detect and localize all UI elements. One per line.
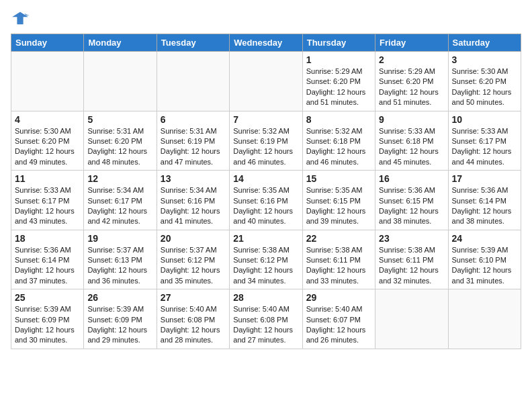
calendar-cell: 7Sunrise: 5:32 AM Sunset: 6:19 PM Daylig… <box>230 111 302 171</box>
day-info: Sunrise: 5:32 AM Sunset: 6:18 PM Dayligh… <box>306 126 371 168</box>
calendar-cell <box>375 289 448 349</box>
calendar-cell: 28Sunrise: 5:40 AM Sunset: 6:08 PM Dayli… <box>230 289 302 349</box>
day-number: 17 <box>452 173 517 184</box>
calendar-cell <box>448 289 521 349</box>
day-header-saturday: Saturday <box>448 34 521 52</box>
day-number: 26 <box>87 292 152 303</box>
calendar-cell: 1Sunrise: 5:29 AM Sunset: 6:20 PM Daylig… <box>302 52 375 111</box>
calendar-cell: 21Sunrise: 5:38 AM Sunset: 6:12 PM Dayli… <box>230 230 302 289</box>
day-header-sunday: Sunday <box>11 34 84 52</box>
logo-icon <box>11 11 30 26</box>
day-header-tuesday: Tuesday <box>157 34 229 52</box>
day-number: 1 <box>306 54 371 65</box>
calendar-cell <box>157 52 229 111</box>
calendar-cell: 5Sunrise: 5:31 AM Sunset: 6:20 PM Daylig… <box>84 111 157 171</box>
week-row-5: 25Sunrise: 5:39 AM Sunset: 6:09 PM Dayli… <box>11 289 521 349</box>
day-info: Sunrise: 5:33 AM Sunset: 6:17 PM Dayligh… <box>15 185 80 227</box>
day-info: Sunrise: 5:33 AM Sunset: 6:18 PM Dayligh… <box>379 126 444 168</box>
day-info: Sunrise: 5:34 AM Sunset: 6:17 PM Dayligh… <box>87 185 152 227</box>
day-number: 8 <box>306 114 371 125</box>
day-info: Sunrise: 5:31 AM Sunset: 6:19 PM Dayligh… <box>161 126 226 168</box>
calendar-cell: 22Sunrise: 5:38 AM Sunset: 6:11 PM Dayli… <box>302 230 375 289</box>
calendar-cell: 19Sunrise: 5:37 AM Sunset: 6:13 PM Dayli… <box>84 230 157 289</box>
day-number: 18 <box>15 233 80 244</box>
day-info: Sunrise: 5:40 AM Sunset: 6:08 PM Dayligh… <box>161 304 226 346</box>
day-number: 22 <box>306 233 371 244</box>
day-info: Sunrise: 5:30 AM Sunset: 6:20 PM Dayligh… <box>452 66 517 108</box>
calendar-cell: 6Sunrise: 5:31 AM Sunset: 6:19 PM Daylig… <box>157 111 229 171</box>
calendar-cell: 26Sunrise: 5:39 AM Sunset: 6:09 PM Dayli… <box>84 289 157 349</box>
calendar-cell: 11Sunrise: 5:33 AM Sunset: 6:17 PM Dayli… <box>11 171 84 230</box>
day-info: Sunrise: 5:35 AM Sunset: 6:15 PM Dayligh… <box>306 185 371 227</box>
calendar-cell: 14Sunrise: 5:35 AM Sunset: 6:16 PM Dayli… <box>230 171 302 230</box>
day-header-monday: Monday <box>84 34 157 52</box>
day-number: 5 <box>87 114 152 125</box>
calendar-cell: 25Sunrise: 5:39 AM Sunset: 6:09 PM Dayli… <box>11 289 84 349</box>
day-number: 20 <box>161 233 226 244</box>
day-number: 15 <box>306 173 371 184</box>
calendar-cell: 20Sunrise: 5:37 AM Sunset: 6:12 PM Dayli… <box>157 230 229 289</box>
day-number: 11 <box>15 173 80 184</box>
day-header-wednesday: Wednesday <box>230 34 302 52</box>
day-info: Sunrise: 5:38 AM Sunset: 6:12 PM Dayligh… <box>233 245 298 287</box>
day-number: 23 <box>379 233 444 244</box>
day-info: Sunrise: 5:32 AM Sunset: 6:19 PM Dayligh… <box>233 126 298 168</box>
day-info: Sunrise: 5:39 AM Sunset: 6:09 PM Dayligh… <box>15 304 80 346</box>
logo <box>11 11 32 26</box>
calendar-cell: 9Sunrise: 5:33 AM Sunset: 6:18 PM Daylig… <box>375 111 448 171</box>
calendar-cell: 23Sunrise: 5:38 AM Sunset: 6:11 PM Dayli… <box>375 230 448 289</box>
day-info: Sunrise: 5:36 AM Sunset: 6:15 PM Dayligh… <box>379 185 444 227</box>
day-number: 14 <box>233 173 298 184</box>
day-info: Sunrise: 5:36 AM Sunset: 6:14 PM Dayligh… <box>15 245 80 287</box>
day-info: Sunrise: 5:29 AM Sunset: 6:20 PM Dayligh… <box>379 66 444 108</box>
day-info: Sunrise: 5:30 AM Sunset: 6:20 PM Dayligh… <box>15 126 80 168</box>
day-number: 6 <box>161 114 226 125</box>
day-header-thursday: Thursday <box>302 34 375 52</box>
day-info: Sunrise: 5:37 AM Sunset: 6:12 PM Dayligh… <box>161 245 226 287</box>
day-number: 9 <box>379 114 444 125</box>
day-info: Sunrise: 5:38 AM Sunset: 6:11 PM Dayligh… <box>379 245 444 287</box>
calendar-cell: 8Sunrise: 5:32 AM Sunset: 6:18 PM Daylig… <box>302 111 375 171</box>
day-header-friday: Friday <box>375 34 448 52</box>
calendar-cell: 12Sunrise: 5:34 AM Sunset: 6:17 PM Dayli… <box>84 171 157 230</box>
day-number: 27 <box>161 292 226 303</box>
calendar-cell: 29Sunrise: 5:40 AM Sunset: 6:07 PM Dayli… <box>302 289 375 349</box>
calendar-cell: 10Sunrise: 5:33 AM Sunset: 6:17 PM Dayli… <box>448 111 521 171</box>
day-number: 19 <box>87 233 152 244</box>
page-header <box>11 11 521 26</box>
day-number: 28 <box>233 292 298 303</box>
day-number: 25 <box>15 292 80 303</box>
day-info: Sunrise: 5:39 AM Sunset: 6:09 PM Dayligh… <box>87 304 152 346</box>
day-info: Sunrise: 5:35 AM Sunset: 6:16 PM Dayligh… <box>233 185 298 227</box>
day-info: Sunrise: 5:33 AM Sunset: 6:17 PM Dayligh… <box>452 126 517 168</box>
calendar-cell: 18Sunrise: 5:36 AM Sunset: 6:14 PM Dayli… <box>11 230 84 289</box>
calendar-cell <box>84 52 157 111</box>
week-row-2: 4Sunrise: 5:30 AM Sunset: 6:20 PM Daylig… <box>11 111 521 171</box>
day-info: Sunrise: 5:36 AM Sunset: 6:14 PM Dayligh… <box>452 185 517 227</box>
calendar-table: SundayMondayTuesdayWednesdayThursdayFrid… <box>11 34 521 349</box>
calendar-cell <box>11 52 84 111</box>
calendar-cell: 13Sunrise: 5:34 AM Sunset: 6:16 PM Dayli… <box>157 171 229 230</box>
calendar-header-row: SundayMondayTuesdayWednesdayThursdayFrid… <box>11 34 521 52</box>
week-row-3: 11Sunrise: 5:33 AM Sunset: 6:17 PM Dayli… <box>11 171 521 230</box>
calendar-cell: 4Sunrise: 5:30 AM Sunset: 6:20 PM Daylig… <box>11 111 84 171</box>
calendar-cell: 17Sunrise: 5:36 AM Sunset: 6:14 PM Dayli… <box>448 171 521 230</box>
day-info: Sunrise: 5:34 AM Sunset: 6:16 PM Dayligh… <box>161 185 226 227</box>
day-number: 12 <box>87 173 152 184</box>
week-row-4: 18Sunrise: 5:36 AM Sunset: 6:14 PM Dayli… <box>11 230 521 289</box>
day-info: Sunrise: 5:40 AM Sunset: 6:07 PM Dayligh… <box>306 304 371 346</box>
calendar-cell: 16Sunrise: 5:36 AM Sunset: 6:15 PM Dayli… <box>375 171 448 230</box>
calendar-cell <box>230 52 302 111</box>
day-info: Sunrise: 5:40 AM Sunset: 6:08 PM Dayligh… <box>233 304 298 346</box>
calendar-cell: 24Sunrise: 5:39 AM Sunset: 6:10 PM Dayli… <box>448 230 521 289</box>
day-info: Sunrise: 5:31 AM Sunset: 6:20 PM Dayligh… <box>87 126 152 168</box>
week-row-1: 1Sunrise: 5:29 AM Sunset: 6:20 PM Daylig… <box>11 52 521 111</box>
day-info: Sunrise: 5:38 AM Sunset: 6:11 PM Dayligh… <box>306 245 371 287</box>
day-number: 10 <box>452 114 517 125</box>
day-number: 29 <box>306 292 371 303</box>
day-info: Sunrise: 5:37 AM Sunset: 6:13 PM Dayligh… <box>87 245 152 287</box>
day-number: 7 <box>233 114 298 125</box>
day-number: 21 <box>233 233 298 244</box>
day-number: 13 <box>161 173 226 184</box>
day-number: 24 <box>452 233 517 244</box>
